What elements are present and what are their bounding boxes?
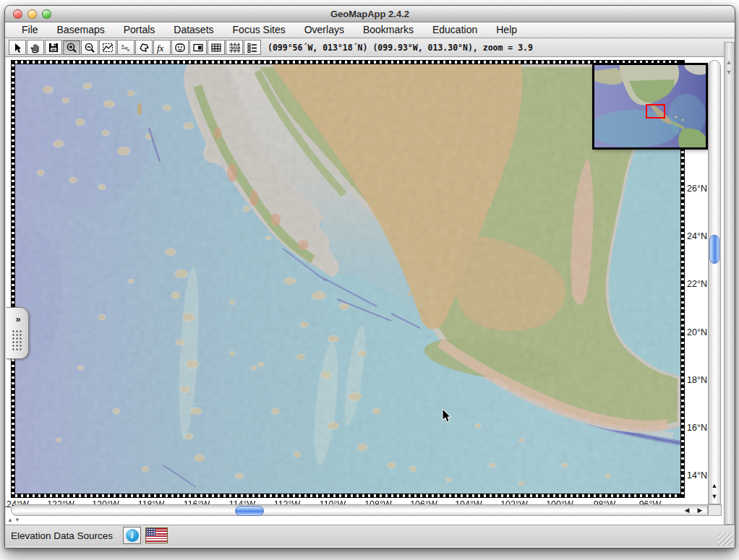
menu-datasets[interactable]: Datasets xyxy=(164,22,223,38)
menu-file[interactable]: File xyxy=(12,22,48,38)
grid-icon xyxy=(210,42,223,53)
splitter-buttons[interactable]: ▲▼ xyxy=(7,517,22,523)
info-icon: i xyxy=(126,529,139,542)
nasa-wms-button[interactable]: NASA xyxy=(226,40,243,55)
menu-overlays[interactable]: Overlays xyxy=(295,22,354,38)
zoom-in-button[interactable] xyxy=(63,40,80,55)
us-flag-icon[interactable] xyxy=(145,527,168,543)
pan-tool-button[interactable] xyxy=(27,40,44,55)
menu-portals[interactable]: Portals xyxy=(114,22,165,38)
xyz-points-button[interactable]: xYz xyxy=(117,40,134,55)
splitter-up-icon[interactable]: ▲ xyxy=(7,517,14,523)
status-bar: Elevation Data Sources i xyxy=(5,525,735,546)
map-vertical-scrollbar[interactable]: ▲ ▼ xyxy=(708,60,721,504)
save-button[interactable] xyxy=(45,40,62,55)
window-resize-grip[interactable] xyxy=(718,533,732,546)
profile-graph-icon xyxy=(101,42,114,53)
tool-bar: xYz fx NASA (099°56´W, 013°18´N) (099.93… xyxy=(5,38,735,57)
profile-tool-button[interactable] xyxy=(99,40,116,55)
strip-up-arrow[interactable]: ▲ xyxy=(723,57,735,68)
svg-text:x: x xyxy=(121,43,124,48)
select-tool-button[interactable] xyxy=(9,40,26,55)
menu-education[interactable]: Education xyxy=(423,22,487,38)
windows-icon xyxy=(192,42,205,53)
info-button[interactable]: i xyxy=(123,527,141,544)
splitter-down-icon[interactable]: ▼ xyxy=(14,517,22,523)
horizontal-scroll-thumb[interactable] xyxy=(235,506,264,516)
status-label: Elevation Data Sources xyxy=(11,530,113,541)
menu-help[interactable]: Help xyxy=(487,22,526,38)
sidebar-expander-tab[interactable]: » xyxy=(7,307,29,359)
strip-down-arrow[interactable]: ▼ xyxy=(723,67,735,78)
scroll-left-arrow[interactable]: ◀ xyxy=(681,505,693,516)
hand-icon xyxy=(29,42,42,53)
layout-windows-button[interactable] xyxy=(189,40,207,55)
zoom-out-icon xyxy=(83,42,96,53)
grid-tool-button[interactable] xyxy=(208,40,225,55)
nasa-grid-icon: NASA xyxy=(228,42,242,53)
mouse-cursor xyxy=(442,409,452,423)
svg-text:z: z xyxy=(127,47,129,53)
expand-arrows-icon: » xyxy=(7,314,28,324)
map-horizontal-scrollbar[interactable]: ◀ ▶ xyxy=(11,504,708,516)
window-scroll-strip[interactable]: ▲ ▼ xyxy=(724,42,735,525)
cursor-arrow-icon xyxy=(11,42,24,53)
title-bar[interactable]: GeoMapApp 2.4.2 xyxy=(5,6,735,22)
window-title: GeoMapApp 2.4.2 xyxy=(5,9,735,20)
map-canvas[interactable] xyxy=(15,64,680,494)
app-window: GeoMapApp 2.4.2 File Basemaps Portals Da… xyxy=(4,5,735,548)
overview-inset-map[interactable] xyxy=(592,63,708,150)
fx-icon: fx xyxy=(155,42,168,53)
vertical-scroll-thumb[interactable] xyxy=(709,235,719,264)
zoom-in-icon xyxy=(65,42,78,53)
scrollbar-corner xyxy=(708,504,722,516)
scroll-up-arrow[interactable]: ▲ xyxy=(709,481,720,491)
menu-bookmarks[interactable]: Bookmarks xyxy=(354,22,423,38)
scroll-down-arrow[interactable]: ▼ xyxy=(709,491,720,502)
drag-handle-dots[interactable] xyxy=(12,329,22,351)
xyz-axes-icon: xYz xyxy=(119,42,132,53)
layer-manager-button[interactable] xyxy=(244,40,261,55)
layer-list-icon xyxy=(246,42,259,53)
zoom-out-button[interactable] xyxy=(81,40,98,55)
svg-text:fx: fx xyxy=(157,43,164,53)
mask-tool-button[interactable] xyxy=(171,40,189,55)
function-tool-button[interactable]: fx xyxy=(153,40,171,55)
menu-bar: File Basemaps Portals Datasets Focus Sit… xyxy=(5,22,735,38)
digitize-tool-button[interactable] xyxy=(135,40,153,55)
menu-basemaps[interactable]: Basemaps xyxy=(48,22,114,38)
mask-face-icon xyxy=(174,42,187,53)
floppy-disk-icon xyxy=(47,42,60,53)
map-border-bottom xyxy=(11,494,685,498)
scroll-right-arrow[interactable]: ▶ xyxy=(694,505,706,516)
lasso-polygon-icon xyxy=(137,42,150,53)
svg-text:NASA: NASA xyxy=(231,46,241,49)
coordinate-readout: (099°56´W, 013°18´N) (099.93°W, 013.30°N… xyxy=(268,43,533,53)
menu-focus-sites[interactable]: Focus Sites xyxy=(223,22,295,38)
